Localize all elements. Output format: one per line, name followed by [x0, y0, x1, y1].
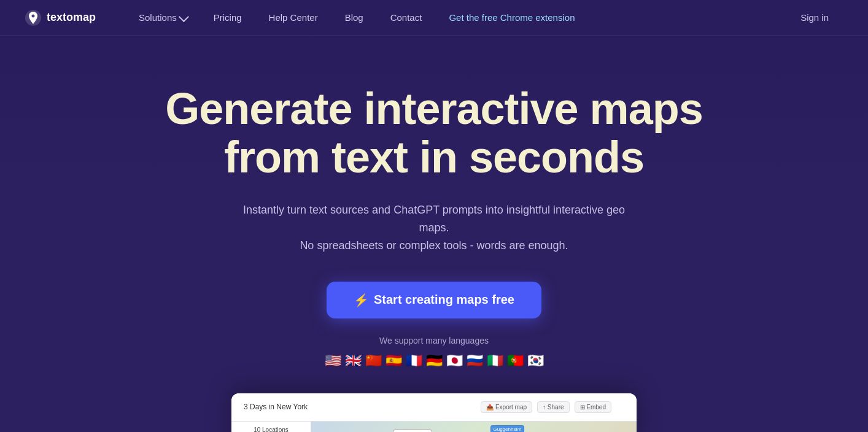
flag-icon: 🇬🇧 [345, 353, 362, 369]
logo-icon [25, 9, 42, 26]
export-map-button[interactable]: 📤 Export map [481, 401, 532, 413]
map-preview-map: West New York Guggenheim Union City Muse… [311, 422, 637, 432]
logo[interactable]: textomap [25, 9, 96, 26]
hero-subtitle: Instantly turn text sources and ChatGPT … [238, 201, 630, 254]
hero-title: Generate interactive maps from text in s… [165, 85, 702, 182]
nav-chrome-ext[interactable]: Get the free Chrome extension [435, 0, 588, 36]
flag-icon: 🇪🇸 [386, 353, 402, 369]
nav-solutions[interactable]: Solutions [125, 0, 200, 36]
hero-section: Generate interactive maps from text in s… [0, 36, 868, 432]
navbar: textomap Solutions Pricing Help Center B… [0, 0, 868, 36]
map-preview-sidebar: 10 Locations [231, 422, 311, 432]
flag-icon: 🇩🇪 [426, 353, 443, 369]
logo-text: textomap [47, 11, 96, 24]
map-preview-actions: 📤 Export map ↑ Share ⊞ Embed ⚙ [481, 401, 624, 413]
nav-help-center[interactable]: Help Center [255, 0, 331, 36]
flag-icon: 🇰🇷 [527, 353, 544, 369]
languages-label: We support many languages [379, 336, 489, 345]
map-label-west-new-york: West New York [393, 430, 432, 432]
flag-icon: 🇨🇳 [365, 353, 382, 369]
map-preview-title: 3 Days in New York [244, 403, 308, 411]
flag-icon: 🇷🇺 [467, 353, 483, 369]
nav-links: Solutions Pricing Help Center Blog Conta… [125, 0, 786, 36]
nav-contact[interactable]: Contact [377, 0, 436, 36]
chevron-down-icon [179, 12, 189, 22]
flag-icon: 🇵🇹 [507, 353, 524, 369]
cta-label: Start creating maps free [374, 293, 514, 307]
map-preview: 3 Days in New York 📤 Export map ↑ Share … [231, 393, 637, 432]
nav-pricing[interactable]: Pricing [200, 0, 255, 36]
cta-emoji: ⚡ [354, 293, 369, 307]
map-preview-bar: 3 Days in New York 📤 Export map ↑ Share … [231, 393, 637, 422]
nav-blog[interactable]: Blog [331, 0, 377, 36]
locations-count: 10 Locations [254, 426, 289, 432]
flag-icon: 🇯🇵 [446, 353, 463, 369]
signin-link[interactable]: Sign in [786, 12, 843, 23]
map-label-guggenheim: Guggenheim [490, 425, 525, 432]
flag-icon: 🇮🇹 [487, 353, 503, 369]
cta-button[interactable]: ⚡ Start creating maps free [327, 282, 541, 318]
map-preview-body: 10 Locations West New York Guggenheim Un… [231, 422, 637, 432]
flag-icon: 🇫🇷 [406, 353, 422, 369]
flag-icon: 🇺🇸 [325, 353, 341, 369]
embed-button[interactable]: ⊞ Embed [575, 401, 611, 413]
settings-icon[interactable]: ⚙ [616, 402, 624, 412]
flags-row: 🇺🇸🇬🇧🇨🇳🇪🇸🇫🇷🇩🇪🇯🇵🇷🇺🇮🇹🇵🇹🇰🇷 [325, 353, 544, 369]
share-button[interactable]: ↑ Share [537, 401, 569, 413]
